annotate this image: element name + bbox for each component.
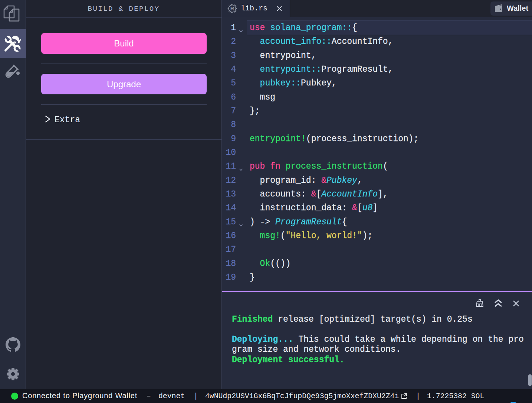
svg-text:R: R [230, 6, 234, 12]
